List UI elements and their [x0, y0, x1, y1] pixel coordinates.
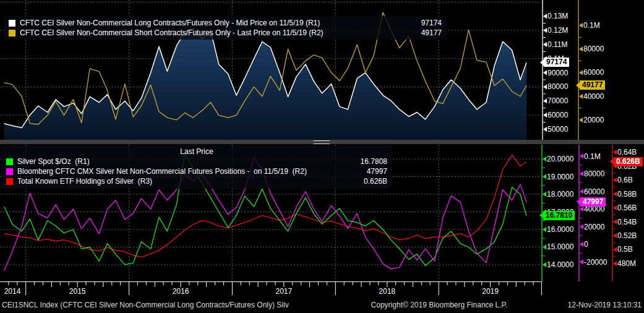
legend-row-silver-spot[interactable]: Silver Spot $/Oz (R1) 16.7808 — [6, 156, 387, 166]
splitter-grip-icon[interactable] — [314, 140, 330, 144]
y-axis-tick-label: 0.56B — [617, 204, 637, 212]
footer-bar: CEI1SNCL Index (CFTC CEI Silver Non-Comm… — [0, 298, 644, 313]
price-marker-r1: 16.7810 — [543, 211, 575, 220]
x-axis-year-label: 2017 — [270, 287, 298, 296]
y-axis-tick-label: 60000 — [584, 187, 604, 196]
y-axis-tick-label: 0.12M — [547, 26, 568, 35]
y-axis-tick-label: 0.5B — [617, 245, 633, 254]
y-axis-tick-label: 80000 — [583, 45, 604, 53]
y-axis-tick-label: 20000 — [583, 116, 604, 124]
legend-value: 97174 — [421, 19, 442, 27]
long-series-swatch — [9, 20, 15, 27]
silver-spot-swatch — [6, 158, 13, 165]
y-axis-tick-label: 0.13M — [547, 12, 568, 20]
y-axis-tick-label: 0.11M — [547, 40, 567, 49]
timestamp: 12-Nov-2019 13:10:31 — [568, 298, 642, 312]
short-series-swatch — [9, 30, 15, 36]
price-marker-r2: 47997 — [580, 197, 606, 207]
legend-label: CFTC CEI Silver Non-Commercial Long Cont… — [20, 19, 421, 27]
y-axis-tick-label: 15.0000 — [547, 242, 573, 251]
y-axis-tick-label: 19.0000 — [547, 173, 573, 181]
y-axis-tick-label: 40000 — [583, 92, 604, 101]
y-axis-tick-label: 480M — [617, 259, 636, 268]
y-axis-tick-label: 16.0000 — [547, 225, 573, 234]
x-axis-year-label: 2018 — [374, 287, 401, 296]
y-axis-tick-label: 0.1M — [583, 21, 600, 30]
price-marker-r2: 49177 — [580, 80, 605, 90]
legend-value: 16.7808 — [361, 157, 387, 166]
net-positions-swatch — [6, 168, 13, 175]
bloomberg-terminal-chart: 50000600007000080000900000.1M0.11M0.12M0… — [0, 0, 644, 313]
y-axis-tick-label: 0.52B — [617, 231, 637, 240]
x-axis-year-label: 2016 — [167, 287, 194, 296]
top-legend: CFTC CEI Silver Non-Commercial Long Cont… — [4, 16, 447, 40]
y-axis-tick-label: 50000 — [547, 125, 568, 134]
legend-row-long-contracts[interactable]: CFTC CEI Silver Non-Commercial Long Cont… — [9, 18, 442, 28]
y-axis-tick-label: 0.6B — [617, 176, 633, 184]
legend-value: 0.626B — [364, 177, 387, 186]
legend-value: 47997 — [367, 167, 387, 176]
y-axis-tick-label: 0.54B — [617, 218, 637, 226]
x-axis-year-label: 2015 — [64, 287, 91, 296]
y-axis-tick-label: 60000 — [547, 111, 568, 119]
y-axis-tick-label: 90000 — [547, 69, 568, 77]
legend-row-net-positions[interactable]: Bloomberg CFTC CMX Silver Net Non-Commer… — [6, 166, 387, 176]
legend-label: Bloomberg CFTC CMX Silver Net Non-Commer… — [17, 167, 367, 176]
legend-label: CFTC CEI Silver Non-Commercial Short Con… — [20, 28, 421, 37]
etf-holdings-swatch — [6, 178, 13, 185]
legend-value: 49177 — [421, 28, 442, 37]
legend-row-short-contracts[interactable]: CFTC CEI Silver Non-Commercial Short Con… — [9, 28, 442, 38]
price-marker-r3: 0.626B — [614, 157, 643, 166]
y-axis-tick-label: 0.58B — [617, 190, 637, 199]
y-axis-tick-label: -20000 — [584, 258, 607, 267]
y-axis-tick-label: 60000 — [583, 68, 604, 77]
y-axis-tick-label: 20000 — [584, 223, 604, 231]
security-description: CEI1SNCL Index (CFTC CEI Silver Non-Comm… — [2, 298, 289, 312]
price-marker-r1: 97174 — [544, 58, 569, 67]
legend-row-etf-holdings[interactable]: Total Known ETF Holdings of Silver (R3) … — [6, 176, 387, 186]
y-axis-tick-label: 14.0000 — [547, 260, 573, 269]
y-axis-tick-label: 80000 — [547, 82, 568, 91]
panel-splitter[interactable] — [0, 140, 644, 144]
y-axis-tick-label: 0.1M — [584, 152, 601, 161]
y-axis-tick-label: 18.0000 — [547, 190, 573, 199]
y-axis-tick-label: 0 — [584, 240, 588, 249]
y-axis-tick-label: 0.64B — [617, 148, 637, 156]
copyright-text: Copyright© 2019 Bloomberg Finance L.P. — [346, 298, 532, 312]
legend-label: Silver Spot $/Oz (R1) — [17, 157, 361, 166]
y-axis-tick-label: 70000 — [547, 96, 568, 105]
legend-label: Total Known ETF Holdings of Silver (R3) — [17, 177, 364, 186]
x-axis-year-label: 2019 — [477, 287, 504, 296]
legend-title: Last Price — [6, 147, 387, 156]
bottom-legend: Last Price Silver Spot $/Oz (R1) 16.7808… — [1, 146, 392, 189]
y-axis-tick-label: 20.0000 — [547, 155, 573, 163]
y-axis-tick-label: 80000 — [584, 169, 604, 178]
x-axis-year-label: 2014 — [0, 287, 26, 296]
